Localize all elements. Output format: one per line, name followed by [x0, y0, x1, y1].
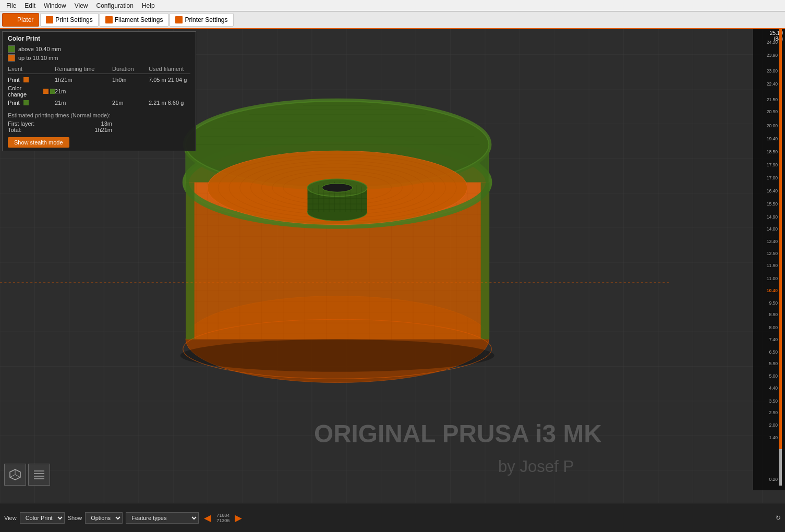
menu-window[interactable]: Window — [40, 1, 70, 10]
total-value: 1h21m — [94, 127, 112, 133]
print-settings-label: Print Settings — [55, 16, 92, 23]
table-row: Print 21m 21m 2.21 m 6.60 g — [8, 99, 190, 107]
orange-swatch — [8, 54, 15, 62]
svg-point-109 — [322, 184, 353, 192]
svg-line-116 — [10, 475, 15, 477]
menubar: File Edit Window View Configuration Help — [0, 0, 785, 11]
color-panel-title: Color Print — [8, 35, 190, 42]
row3-duration: 21m — [112, 100, 149, 106]
orange-label: up to 10.10 mm — [18, 55, 58, 61]
plater-button[interactable]: Plater — [2, 13, 39, 27]
first-layer-value: 13m — [101, 120, 112, 127]
filament-icon — [105, 16, 113, 23]
stealth-mode-button[interactable]: Show stealth mode — [8, 137, 69, 148]
legend-green: above 10.40 mm — [8, 45, 190, 53]
svg-line-117 — [15, 475, 20, 477]
svg-rect-74 — [481, 183, 490, 340]
ruler-ticks: 24.50 23.90 23.00 22.40 21.50 20.90 20.0… — [753, 40, 785, 483]
row3-event: Print — [8, 100, 55, 106]
estimated-title: Estimated printing times (Normal mode): — [8, 112, 190, 118]
green-label: above 10.40 mm — [18, 46, 61, 52]
row1-event: Print — [8, 77, 55, 83]
row2-event: Color change — [8, 85, 55, 98]
cube-3d-button[interactable] — [4, 464, 26, 486]
next-arrow[interactable]: ▶ — [233, 512, 244, 524]
total-label: Total: — [8, 127, 21, 133]
total-row: Total: 1h21m — [8, 127, 112, 133]
filament-settings-button[interactable]: Filament Settings — [100, 13, 169, 27]
first-layer-row: First layer: 13m — [8, 120, 112, 127]
row1-duration: 1h0m — [112, 77, 149, 83]
svg-text:ORIGINAL PRUSA i3 MK: ORIGINAL PRUSA i3 MK — [314, 420, 602, 448]
main-viewport: ORIGINAL PRUSA i3 MK by Josef P Color Pr… — [0, 29, 785, 519]
rotate-btn[interactable]: ↻ — [776, 514, 781, 522]
menu-edit[interactable]: Edit — [20, 1, 40, 10]
filament-settings-label: Filament Settings — [115, 16, 163, 23]
row1-remaining: 1h21m — [55, 77, 112, 83]
view-label: View — [4, 515, 17, 521]
bottombar: View Color Print Show Options Feature ty… — [0, 503, 785, 532]
toolbar: Plater Print Settings Filament Settings … — [0, 11, 785, 29]
coord-top: 71306 — [216, 518, 230, 523]
color-print-panel: Color Print above 10.40 mm up to 10.10 m… — [2, 31, 196, 151]
menu-configuration[interactable]: Configuration — [92, 1, 138, 10]
layers-button[interactable] — [28, 464, 50, 486]
svg-rect-73 — [186, 183, 195, 340]
plater-icon — [8, 16, 15, 23]
col-remaining: Remaining time — [55, 66, 112, 72]
coord-display: 71684 71306 — [216, 513, 230, 523]
printer-settings-label: Printer Settings — [185, 16, 227, 23]
estimated-section: Estimated printing times (Normal mode): … — [8, 112, 190, 133]
print-icon — [46, 16, 53, 23]
svg-point-110 — [180, 340, 494, 372]
first-layer-label: First layer: — [8, 120, 34, 127]
printer-icon — [175, 16, 183, 23]
menu-help[interactable]: Help — [138, 1, 159, 10]
svg-text:by Josef P: by Josef P — [498, 457, 574, 476]
row3-remaining: 21m — [55, 100, 112, 106]
legend-orange: up to 10.10 mm — [8, 54, 190, 62]
table-header: Event Remaining time Duration Used filam… — [8, 66, 190, 74]
row3-swatch — [23, 100, 29, 105]
print-settings-button[interactable]: Print Settings — [40, 13, 98, 27]
show-select[interactable]: Options — [85, 512, 123, 524]
menu-view[interactable]: View — [70, 1, 92, 10]
menu-file[interactable]: File — [2, 1, 20, 10]
col-event: Event — [8, 66, 55, 72]
view-select[interactable]: Color Print — [20, 512, 65, 524]
printer-settings-button[interactable]: Printer Settings — [170, 13, 233, 27]
coord-bottom: 71684 — [216, 513, 230, 518]
plater-label: Plater — [17, 16, 33, 23]
table-row: Print 1h21m 1h0m 7.05 m 21.04 g — [8, 76, 190, 84]
row3-filament: 2.21 m 6.60 g — [149, 100, 190, 106]
feature-select[interactable]: Feature types — [126, 512, 199, 524]
right-ruler: 25.10 (84) 24.50 23.90 23.00 22.40 21.50… — [753, 29, 785, 490]
show-label: Show — [68, 515, 82, 521]
green-swatch — [8, 45, 15, 53]
col-duration: Duration — [112, 66, 149, 72]
view-cube — [4, 464, 50, 486]
row2-swatch2 — [50, 89, 55, 94]
table-row: Color change 21m — [8, 84, 190, 99]
row1-filament: 7.05 m 21.04 g — [149, 77, 190, 83]
row2-swatch1 — [43, 89, 48, 94]
prev-arrow[interactable]: ◀ — [202, 512, 213, 524]
event-table: Event Remaining time Duration Used filam… — [8, 66, 190, 107]
row2-remaining: 21m — [55, 88, 112, 94]
row1-swatch — [23, 77, 29, 82]
col-filament: Used filament — [149, 66, 190, 72]
